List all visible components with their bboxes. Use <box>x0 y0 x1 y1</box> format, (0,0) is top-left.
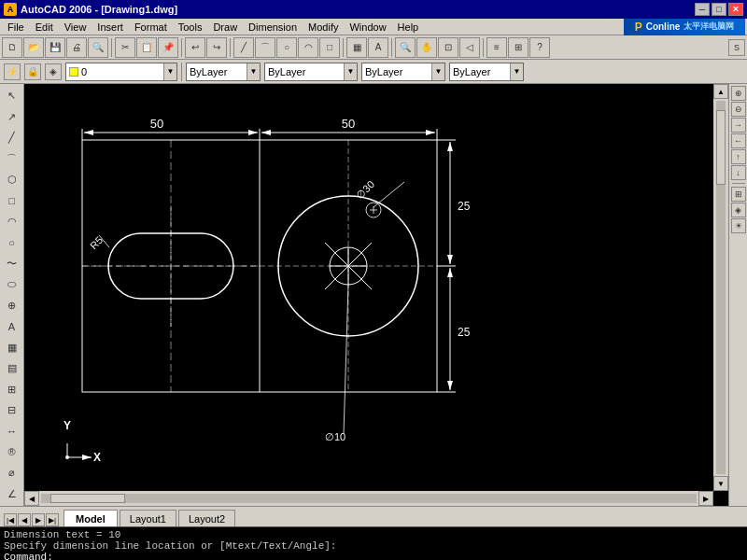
circle-button[interactable]: ○ <box>276 37 297 58</box>
hatch-button[interactable]: ▦ <box>346 37 367 58</box>
tool-dim-linear[interactable]: ↔ <box>2 421 22 441</box>
canvas-area[interactable]: 25 25 50 50 ∅30 ∅10 R5 <box>24 84 728 506</box>
tool-polygon[interactable]: ⬡ <box>2 170 22 189</box>
plotstyle-dropdown[interactable]: ByLayer ▼ <box>449 63 524 81</box>
polyline-button[interactable]: ⌒ <box>255 37 275 58</box>
plotstyle-dropdown-arrow[interactable]: ▼ <box>510 63 523 80</box>
layer-manager-button[interactable]: ⚡ <box>4 63 21 80</box>
zoom-window[interactable]: ⊡ <box>438 37 458 58</box>
zoom-in-button[interactable]: ⊕ <box>731 86 746 101</box>
zoom-previous[interactable]: ◁ <box>459 37 480 58</box>
scroll-thumb-h[interactable] <box>50 494 125 503</box>
zoom-out-button[interactable]: ⊖ <box>731 102 746 117</box>
save-button[interactable]: 💾 <box>45 37 65 58</box>
scroll-right-button[interactable]: ▶ <box>698 491 713 506</box>
properties-button[interactable]: ≡ <box>486 37 507 58</box>
cut-button[interactable]: ✂ <box>115 37 135 58</box>
tool-polyline[interactable]: ⌒ <box>2 148 22 168</box>
arc-button[interactable]: ◠ <box>298 37 318 58</box>
rectangle-button[interactable]: □ <box>319 37 340 58</box>
tool-spline[interactable]: 〜 <box>2 254 22 273</box>
layer-dropdown-arrow[interactable]: ▼ <box>163 63 176 80</box>
menu-view[interactable]: View <box>59 21 92 34</box>
menu-help[interactable]: Help <box>392 21 425 34</box>
tool-rectangle[interactable]: □ <box>2 190 22 210</box>
light-button[interactable]: ☀ <box>731 218 746 233</box>
print-preview-button[interactable]: 🔍 <box>88 37 108 58</box>
pan-up-button[interactable]: ↑ <box>731 149 746 164</box>
menu-window[interactable]: Window <box>344 21 391 34</box>
tool-dim-angular[interactable]: ∠ <box>2 484 22 504</box>
open-button[interactable]: 📂 <box>23 37 44 58</box>
menu-format[interactable]: Format <box>129 21 173 34</box>
pan-down-button[interactable]: ↓ <box>731 165 746 180</box>
tool-line[interactable]: ╱ <box>2 128 22 147</box>
scroll-down-button[interactable]: ▼ <box>713 476 728 491</box>
paste-button[interactable]: 📌 <box>158 37 178 58</box>
scroll-track-h[interactable] <box>41 494 697 503</box>
tab-model[interactable]: Model <box>63 510 118 526</box>
layer-dropdown[interactable]: 0 ▼ <box>65 63 177 81</box>
scroll-up-button[interactable]: ▲ <box>713 84 728 99</box>
toolbar-extra1[interactable]: S <box>728 39 745 56</box>
scroll-thumb-v[interactable] <box>716 110 726 185</box>
menu-edit[interactable]: Edit <box>30 21 59 34</box>
copy-button[interactable]: 📋 <box>136 37 157 58</box>
scroll-track-v[interactable] <box>716 101 726 474</box>
color-dropdown-arrow[interactable]: ▼ <box>247 63 260 80</box>
print-button[interactable]: 🖨 <box>66 37 87 58</box>
render-button[interactable]: ◈ <box>731 203 746 217</box>
layer-state-button[interactable]: 🔒 <box>24 63 41 80</box>
tool-mtext[interactable]: A <box>2 316 22 336</box>
tab-first-button[interactable]: |◀ <box>4 513 17 526</box>
tool-hatch[interactable]: ▦ <box>2 337 22 357</box>
vertical-scrollbar[interactable]: ▲ ▼ <box>713 84 728 491</box>
horizontal-scrollbar[interactable]: ◀ ▶ <box>24 491 713 506</box>
tool-ellipse[interactable]: ⬭ <box>2 274 22 294</box>
minimize-button[interactable]: ─ <box>695 3 710 16</box>
tab-next-button[interactable]: ▶ <box>32 513 45 526</box>
pan-left-button[interactable]: ← <box>731 133 746 148</box>
tool-pointer[interactable]: ↖ <box>2 86 22 105</box>
tool-dim-radius[interactable]: ® <box>2 442 22 462</box>
make-object-layer[interactable]: ◈ <box>45 63 62 80</box>
menu-dimension[interactable]: Dimension <box>243 21 303 34</box>
command-input-line[interactable]: Command: <box>4 552 743 560</box>
tab-layout2[interactable]: Layout2 <box>178 510 235 526</box>
tab-last-button[interactable]: ▶| <box>46 513 59 526</box>
view3d-button[interactable]: ⊞ <box>731 187 746 202</box>
redo-button[interactable]: ↪ <box>206 37 227 58</box>
tool-circle[interactable]: ○ <box>2 232 22 252</box>
text-button[interactable]: A <box>368 37 388 58</box>
tool-region[interactable]: ⊞ <box>2 379 22 399</box>
linetype-dropdown[interactable]: ByLayer ▼ <box>264 63 358 81</box>
tool-arc[interactable]: ◠ <box>2 212 22 231</box>
scroll-left-button[interactable]: ◀ <box>24 491 39 506</box>
undo-button[interactable]: ↩ <box>185 37 205 58</box>
help-button[interactable]: ? <box>529 37 550 58</box>
line-button[interactable]: ╱ <box>233 37 254 58</box>
linetype-dropdown-arrow[interactable]: ▼ <box>344 63 357 80</box>
menu-draw[interactable]: Draw <box>207 21 243 34</box>
pan-button[interactable]: ✋ <box>416 37 437 58</box>
designcenter-button[interactable]: ⊞ <box>508 37 529 58</box>
tool-escape[interactable]: ↗ <box>2 106 22 126</box>
color-dropdown[interactable]: ByLayer ▼ <box>186 63 261 81</box>
menu-insert[interactable]: Insert <box>92 21 129 34</box>
lineweight-dropdown[interactable]: ByLayer ▼ <box>361 63 445 81</box>
menu-file[interactable]: File <box>2 21 30 34</box>
tab-prev-button[interactable]: ◀ <box>18 513 31 526</box>
tab-layout1[interactable]: Layout1 <box>120 510 176 526</box>
tool-insert[interactable]: ⊕ <box>2 296 22 315</box>
pan-right-button[interactable]: → <box>731 118 746 133</box>
lineweight-dropdown-arrow[interactable]: ▼ <box>431 63 444 80</box>
command-input-field[interactable] <box>57 552 743 560</box>
menu-modify[interactable]: Modify <box>303 21 344 34</box>
tool-table[interactable]: ⊟ <box>2 400 22 420</box>
maximize-button[interactable]: □ <box>712 3 726 16</box>
tool-gradient[interactable]: ▤ <box>2 358 22 378</box>
close-button[interactable]: ✕ <box>728 3 743 16</box>
zoom-realtime[interactable]: 🔍 <box>395 37 416 58</box>
tool-dim-diameter[interactable]: ⌀ <box>2 463 22 483</box>
new-button[interactable]: 🗋 <box>2 37 22 58</box>
